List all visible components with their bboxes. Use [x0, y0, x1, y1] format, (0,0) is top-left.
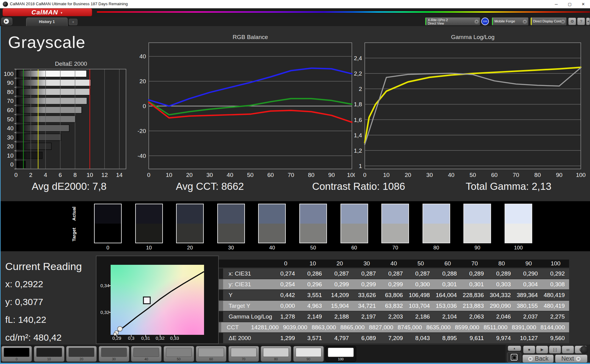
- help-button[interactable]: ?: [577, 18, 585, 25]
- calman-app-window: CalMAN 2018 CalMAN Ultimate for Business…: [0, 0, 590, 364]
- level-button-20[interactable]: 20: [66, 346, 97, 362]
- window-accent-left: [0, 26, 1, 364]
- table-cell: 2,275: [542, 311, 569, 322]
- level-swatch: [263, 348, 289, 357]
- table-cell: 0,287: [380, 268, 407, 279]
- tab-history-1[interactable]: History 1: [26, 18, 68, 26]
- table-cell: 290,090: [488, 301, 515, 311]
- level-button-30[interactable]: 30: [99, 346, 129, 362]
- reading-fl: fL: 140,22: [5, 315, 46, 325]
- swatch-level-label: 70: [381, 245, 409, 251]
- single-measure-icon: [·]: [553, 347, 557, 352]
- reading-x: x: 0,2922: [5, 279, 43, 289]
- delta-e-xtick-label: 0: [14, 172, 18, 178]
- table-cell: 2,203: [380, 311, 407, 322]
- table-row: ΔE 20001,2993,5714,7976,0897,2098,0438,8…: [219, 333, 569, 343]
- calman-logo-menu[interactable]: CalMAN ▼: [2, 8, 92, 16]
- table-cell: 8391,000: [512, 322, 541, 332]
- scroll-up-button[interactable]: ▲: [508, 346, 521, 351]
- level-button-0[interactable]: 0: [1, 346, 32, 362]
- stat-avg-cct: Avg CCT: 8662: [176, 181, 244, 192]
- rgb_balance-xtick-label: 0: [147, 172, 151, 178]
- level-button-40[interactable]: 40: [131, 346, 162, 362]
- gamma-xtick-label: 60: [491, 172, 498, 178]
- target-swatch: [423, 224, 450, 243]
- rainbow-accent-bar: [97, 11, 590, 13]
- table-cell: 0,287: [407, 268, 434, 279]
- close-button[interactable]: ✕: [576, 0, 590, 8]
- table-column-header: 60: [434, 260, 461, 268]
- continuous-measure-button[interactable]: ∞: [562, 346, 574, 354]
- table-cell: 0,287: [353, 268, 380, 279]
- page-title: Grayscale: [8, 33, 85, 52]
- source-dropdown[interactable]: Mobile Forge ▼: [492, 17, 529, 25]
- table-cell: 9,560: [542, 333, 569, 343]
- grayscale-swatch-70: [381, 204, 409, 243]
- table-cell: 164,004: [434, 290, 461, 300]
- meter-dropdown[interactable]: X-Rite i1Pro 2 Direct View ▼: [425, 17, 480, 25]
- table-cell: 8,895: [434, 333, 461, 343]
- current-reading-title: Current Reading: [5, 260, 82, 272]
- grayscale-swatch-20: [176, 204, 204, 243]
- table-row-label: y: CIE31: [224, 279, 272, 289]
- delta-e-chart-svg: 100908070605040302010002468101214: [2, 61, 139, 182]
- level-button-70[interactable]: 70: [228, 346, 259, 362]
- infinity-icon: ∞: [566, 347, 569, 352]
- table-cell: 33,626: [353, 290, 380, 300]
- table-cell: 2,046: [488, 311, 515, 322]
- actual-swatch: [218, 204, 244, 224]
- maximize-button[interactable]: ▢: [563, 0, 576, 8]
- meter-badge[interactable]: 220: [481, 18, 489, 25]
- table-column-header: 40: [380, 260, 407, 268]
- add-tab-button[interactable]: +: [69, 19, 77, 25]
- status-lamp: [580, 346, 588, 354]
- settings-button[interactable]: ⚙: [568, 18, 576, 25]
- level-button-80[interactable]: 80: [261, 346, 291, 362]
- table-gutter: [219, 268, 223, 279]
- table-cell: 0,301: [461, 279, 488, 289]
- back-label: Back: [535, 355, 549, 362]
- workflow-dropdown[interactable]: Direct Display Control ▼: [530, 17, 567, 25]
- level-swatch: [166, 348, 192, 357]
- grayscale-data-table: 0102030405060708090100 x: CIE310,2740,28…: [219, 260, 569, 344]
- rgb_balance-xtick-label: 80: [308, 172, 314, 178]
- level-button-50[interactable]: 50: [163, 346, 194, 362]
- level-swatch: [4, 348, 30, 357]
- minimize-button[interactable]: ─: [549, 0, 563, 8]
- table-cell: 0,303: [488, 279, 515, 289]
- target-swatch: [95, 224, 121, 243]
- table-cell: 2,063: [461, 311, 488, 322]
- table-cell: 1,299: [272, 333, 299, 343]
- stop-button[interactable]: ■: [523, 346, 535, 354]
- actual-swatch: [505, 204, 532, 224]
- play-button[interactable]: ▶: [536, 346, 548, 354]
- table-cell: 0,301: [434, 279, 461, 289]
- gamma-ytick-label: 1: [359, 163, 362, 169]
- actual-swatch: [382, 204, 408, 224]
- level-swatch: [328, 348, 354, 357]
- target-point-marker: [144, 297, 150, 304]
- level-button-100[interactable]: 100: [325, 346, 356, 362]
- table-cell: 0,296: [299, 279, 326, 289]
- level-button-60[interactable]: 60: [196, 346, 226, 362]
- delta-e-chart: 100908070605040302010002468101214: [2, 61, 139, 183]
- collapse-panel-button[interactable]: ◄: [586, 18, 590, 25]
- level-button-10[interactable]: 10: [34, 346, 65, 362]
- delta-e-cat-label: 50: [7, 116, 14, 123]
- level-button-label: 30: [99, 357, 129, 361]
- table-row-label: CCT: [222, 322, 251, 332]
- single-measure-button[interactable]: [·]: [549, 346, 561, 354]
- next-button[interactable]: Next »: [555, 354, 588, 363]
- table-row: CCT14281,0009039,0008863,0008865,0008827…: [219, 322, 569, 332]
- table-cell: 0,292: [542, 268, 569, 279]
- tab-scroll-button[interactable]: ▶: [1, 18, 12, 25]
- delta-e-bar-30: [16, 134, 61, 141]
- level-swatch: [133, 348, 159, 357]
- level-button-label: 70: [229, 357, 259, 361]
- table-cell: 9039,000: [283, 322, 312, 332]
- chevron-down-icon: ▼: [561, 20, 565, 24]
- level-button-90[interactable]: 90: [293, 346, 324, 362]
- stop-measure-button[interactable]: [507, 352, 521, 362]
- back-button[interactable]: « Back: [522, 354, 554, 363]
- table-cell: 63,806: [380, 290, 407, 300]
